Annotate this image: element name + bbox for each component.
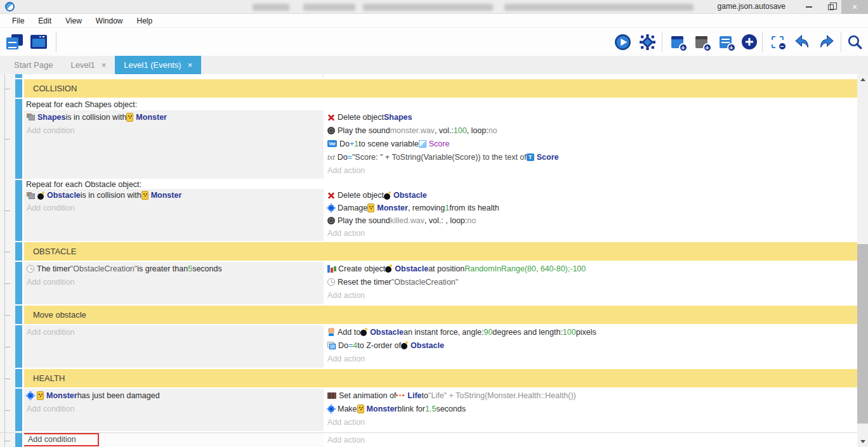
event-selection-bar[interactable] — [15, 433, 22, 447]
group-header[interactable]: HEALTH — [24, 369, 857, 387]
action-line[interactable]: Reset the timer "ObstacleCreation" — [325, 275, 857, 288]
menu-item-file[interactable]: File — [5, 14, 31, 28]
tab-start-page[interactable]: Start Page — [5, 56, 62, 74]
event-selection-bar[interactable] — [15, 180, 22, 241]
menu-item-help[interactable]: Help — [130, 14, 160, 28]
redo-button[interactable] — [817, 32, 836, 51]
add-action-button[interactable]: Add action — [325, 415, 857, 429]
menu-item-view[interactable]: View — [58, 14, 89, 28]
action-line[interactable]: Add to Obstacle an instant force, angle:… — [325, 325, 857, 339]
project-manager-button[interactable] — [5, 32, 24, 51]
add-action-button[interactable]: Add action — [325, 433, 857, 446]
health-behavior-icon — [327, 405, 335, 413]
add-comment-icon: + — [720, 36, 732, 48]
monster-object-icon — [367, 204, 374, 212]
partial-conditions — [24, 74, 324, 78]
event-repeat-header[interactable]: Repeat for each Shapes object: — [24, 99, 857, 110]
play-button[interactable] — [613, 32, 632, 51]
tab-level1[interactable]: Level1× — [62, 56, 115, 74]
event-selection-bar[interactable] — [15, 74, 22, 78]
condition-line[interactable]: Monster has just been damaged — [24, 389, 324, 402]
tree-tick — [4, 139, 10, 139]
tab-close-icon[interactable]: × — [102, 60, 107, 70]
obstacle-object-icon — [385, 264, 392, 273]
instruction-text: at position — [428, 264, 464, 273]
event-selection-bar[interactable] — [15, 389, 22, 431]
delete-event-button[interactable]: − — [768, 32, 787, 51]
menu-item-window[interactable]: Window — [89, 14, 130, 28]
action-line[interactable]: Damage Monster, removing 1 from its heal… — [325, 202, 857, 214]
scene-editor-window-button[interactable] — [29, 32, 48, 51]
add-action-button[interactable]: Add action — [325, 352, 857, 365]
instruction-text: Create object — [338, 264, 385, 273]
add-condition-button[interactable]: Add condition — [24, 325, 324, 339]
action-line[interactable]: Delete object Shapes — [325, 110, 857, 124]
scrollbar-up-button[interactable] — [857, 74, 868, 85]
condition-line[interactable]: Shapes is in collision with Monster — [24, 110, 324, 124]
add-action-button[interactable]: Add action — [325, 227, 857, 240]
menu-item-edit[interactable]: Edit — [31, 14, 58, 28]
add-event-button[interactable]: + — [667, 32, 687, 51]
add-action-button[interactable]: Add action — [325, 288, 857, 302]
remove-event-icon: − — [772, 36, 784, 48]
instruction-text: Reset the timer — [338, 278, 391, 287]
tab-close-icon[interactable]: × — [188, 60, 193, 70]
maximize-button[interactable] — [820, 0, 841, 14]
action-line[interactable]: VarDo + 1 to scene variable Score — [325, 137, 857, 150]
action-line[interactable]: Do = 4 to Z-order of Obstacle — [325, 339, 857, 352]
event-selection-bar[interactable] — [15, 306, 22, 324]
add-label: Add action — [327, 354, 365, 363]
condition-line[interactable]: Obstacle is in collision with Monster — [24, 189, 324, 202]
action-line[interactable]: Make Monster blink for 1.5 seconds — [325, 402, 857, 415]
obstacle-object-icon — [401, 341, 408, 349]
vertical-scrollbar[interactable] — [857, 74, 868, 447]
event-selection-bar[interactable] — [15, 325, 22, 368]
event-selection-bar[interactable] — [15, 242, 22, 261]
add-subevent-button[interactable]: + — [692, 32, 711, 51]
scrollbar-thumb[interactable] — [857, 244, 868, 424]
add-condition-button[interactable]: Add condition — [24, 402, 324, 415]
minimize-button[interactable] — [798, 0, 820, 14]
add-special-event-button[interactable] — [740, 32, 759, 51]
row-gutter — [0, 242, 15, 261]
add-condition-button[interactable]: Add condition — [24, 124, 324, 137]
condition-line[interactable]: The timer "ObstacleCreation" is greater … — [24, 262, 324, 275]
event-group-row: COLLISION — [0, 79, 857, 98]
partial-event-row — [0, 74, 857, 78]
debugger-button[interactable] — [638, 32, 657, 51]
event-content: Monster has just been damagedAdd conditi… — [24, 389, 857, 431]
add-action-button[interactable]: Add action — [325, 164, 857, 177]
event-selection-bar[interactable] — [15, 99, 22, 179]
add-condition-button[interactable]: Add condition — [24, 433, 324, 446]
delete-object-icon — [327, 191, 335, 199]
group-header[interactable]: Move obstacle — [24, 306, 857, 324]
event-panels: Obstacle is in collision with MonsterAdd… — [24, 189, 857, 241]
close-button[interactable]: × — [841, 0, 868, 14]
instruction-text: Damage — [338, 204, 367, 212]
action-line[interactable]: Play the sound monster.wav, vol.: 100, l… — [325, 124, 857, 137]
event-selection-bar[interactable] — [15, 262, 22, 304]
scrollbar-down-button[interactable] — [857, 436, 868, 447]
group-header[interactable]: OBSTACLE — [24, 242, 857, 261]
instruction-text: , removing — [408, 204, 445, 212]
search-button[interactable] — [845, 32, 864, 51]
event-selection-bar[interactable] — [15, 369, 22, 387]
add-comment-button[interactable]: + — [716, 32, 735, 51]
action-line[interactable]: Play the sound killed.wav, vol.: , loop:… — [325, 214, 857, 227]
tab-level1-events-[interactable]: Level1 (Events)× — [115, 56, 201, 74]
add-condition-button[interactable]: Add condition — [24, 275, 324, 288]
action-line[interactable]: txtDo = "Score: " + ToString(Variable(Sc… — [325, 150, 857, 164]
group-header[interactable]: COLLISION — [24, 79, 857, 98]
event-selection-bar[interactable] — [15, 79, 22, 98]
action-line[interactable]: Delete object Obstacle — [325, 189, 857, 202]
tab-label: Level1 — [70, 60, 95, 70]
undo-button[interactable] — [792, 32, 812, 51]
instruction-text: Obstacle — [47, 191, 81, 200]
event-panels: The timer "ObstacleCreation" is greater … — [24, 262, 857, 304]
action-line[interactable]: Create object Obstacle at position Rando… — [325, 262, 857, 275]
event-repeat-header[interactable]: Repeat for each Obstacle object: — [24, 180, 857, 189]
row-body: Repeat for each Shapes object:Shapes is … — [24, 99, 857, 179]
event-group-row: HEALTH — [0, 369, 857, 387]
add-condition-button[interactable]: Add condition — [24, 202, 324, 214]
action-line[interactable]: Set animation of Life to "Life" + ToStri… — [325, 389, 857, 402]
